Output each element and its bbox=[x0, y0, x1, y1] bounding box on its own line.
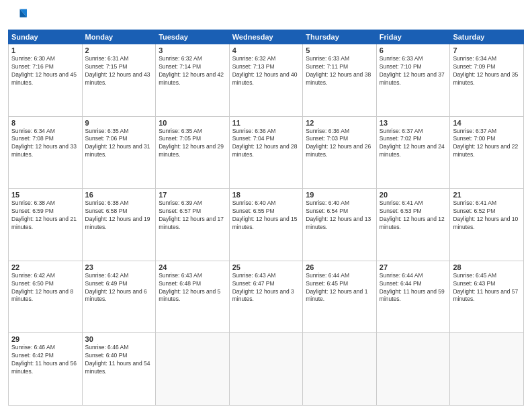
day-info: Sunrise: 6:37 AMSunset: 7:00 PMDaylight:… bbox=[453, 128, 521, 160]
day-info: Sunrise: 6:40 AMSunset: 6:55 PMDaylight:… bbox=[232, 199, 300, 232]
weekday-header-saturday: Saturday bbox=[450, 30, 524, 44]
day-info: Sunrise: 6:35 AMSunset: 7:05 PMDaylight:… bbox=[159, 128, 226, 160]
calendar-cell: 5 Sunrise: 6:33 AMSunset: 7:11 PMDayligh… bbox=[303, 44, 377, 117]
day-info: Sunrise: 6:36 AMSunset: 7:04 PMDaylight:… bbox=[232, 128, 300, 160]
calendar-cell: 17 Sunrise: 6:39 AMSunset: 6:57 PMDaylig… bbox=[156, 189, 230, 261]
day-number: 7 bbox=[453, 46, 521, 54]
day-info: Sunrise: 6:46 AMSunset: 6:40 PMDaylight:… bbox=[85, 344, 153, 376]
day-number: 28 bbox=[453, 263, 521, 271]
weekday-header-monday: Monday bbox=[82, 30, 156, 44]
logo bbox=[8, 7, 30, 26]
day-number: 6 bbox=[380, 46, 447, 54]
day-info: Sunrise: 6:41 AMSunset: 6:53 PMDaylight:… bbox=[380, 199, 447, 232]
day-number: 14 bbox=[453, 119, 521, 127]
calendar-cell bbox=[450, 333, 524, 406]
day-number: 20 bbox=[380, 191, 447, 199]
day-info: Sunrise: 6:37 AMSunset: 7:02 PMDaylight:… bbox=[380, 128, 447, 160]
day-number: 19 bbox=[306, 191, 373, 199]
calendar-cell: 22 Sunrise: 6:42 AMSunset: 6:50 PMDaylig… bbox=[9, 261, 83, 333]
day-info: Sunrise: 6:34 AMSunset: 7:08 PMDaylight:… bbox=[11, 128, 79, 160]
day-number: 23 bbox=[85, 263, 153, 271]
day-info: Sunrise: 6:42 AMSunset: 6:49 PMDaylight:… bbox=[85, 272, 153, 304]
day-info: Sunrise: 6:31 AMSunset: 7:15 PMDaylight:… bbox=[85, 55, 153, 87]
calendar-cell bbox=[229, 333, 303, 406]
day-info: Sunrise: 6:46 AMSunset: 6:42 PMDaylight:… bbox=[11, 344, 79, 376]
calendar-cell bbox=[376, 333, 450, 406]
day-number: 10 bbox=[159, 119, 226, 127]
day-info: Sunrise: 6:44 AMSunset: 6:45 PMDaylight:… bbox=[306, 272, 373, 304]
calendar-cell: 20 Sunrise: 6:41 AMSunset: 6:53 PMDaylig… bbox=[376, 189, 450, 261]
calendar-cell: 10 Sunrise: 6:35 AMSunset: 7:05 PMDaylig… bbox=[156, 116, 230, 189]
day-info: Sunrise: 6:45 AMSunset: 6:43 PMDaylight:… bbox=[453, 272, 521, 304]
calendar-cell: 23 Sunrise: 6:42 AMSunset: 6:49 PMDaylig… bbox=[82, 261, 156, 333]
calendar-cell: 24 Sunrise: 6:43 AMSunset: 6:48 PMDaylig… bbox=[156, 261, 230, 333]
calendar-cell bbox=[156, 333, 230, 406]
day-number: 13 bbox=[380, 119, 447, 127]
day-number: 1 bbox=[11, 46, 79, 54]
day-number: 21 bbox=[453, 191, 521, 199]
header bbox=[8, 7, 524, 26]
day-number: 15 bbox=[11, 191, 79, 199]
calendar-cell: 28 Sunrise: 6:45 AMSunset: 6:43 PMDaylig… bbox=[450, 261, 524, 333]
calendar-week-1: 1 Sunrise: 6:30 AMSunset: 7:16 PMDayligh… bbox=[9, 44, 524, 117]
calendar-cell: 27 Sunrise: 6:44 AMSunset: 6:44 PMDaylig… bbox=[376, 261, 450, 333]
calendar-cell: 25 Sunrise: 6:43 AMSunset: 6:47 PMDaylig… bbox=[229, 261, 303, 333]
day-number: 12 bbox=[306, 119, 373, 127]
calendar-week-4: 22 Sunrise: 6:42 AMSunset: 6:50 PMDaylig… bbox=[9, 261, 524, 333]
day-number: 17 bbox=[159, 191, 226, 199]
calendar-cell: 3 Sunrise: 6:32 AMSunset: 7:14 PMDayligh… bbox=[156, 44, 230, 117]
calendar-cell: 14 Sunrise: 6:37 AMSunset: 7:00 PMDaylig… bbox=[450, 116, 524, 189]
calendar-cell: 15 Sunrise: 6:38 AMSunset: 6:59 PMDaylig… bbox=[9, 189, 83, 261]
calendar-cell: 6 Sunrise: 6:33 AMSunset: 7:10 PMDayligh… bbox=[376, 44, 450, 117]
day-info: Sunrise: 6:35 AMSunset: 7:06 PMDaylight:… bbox=[85, 128, 153, 160]
day-number: 9 bbox=[85, 119, 153, 127]
day-info: Sunrise: 6:38 AMSunset: 6:59 PMDaylight:… bbox=[11, 199, 79, 232]
calendar-cell: 2 Sunrise: 6:31 AMSunset: 7:15 PMDayligh… bbox=[82, 44, 156, 117]
day-number: 26 bbox=[306, 263, 373, 271]
day-number: 27 bbox=[380, 263, 447, 271]
calendar-cell: 21 Sunrise: 6:41 AMSunset: 6:52 PMDaylig… bbox=[450, 189, 524, 261]
calendar-cell: 12 Sunrise: 6:36 AMSunset: 7:03 PMDaylig… bbox=[303, 116, 377, 189]
weekday-header-sunday: Sunday bbox=[9, 30, 83, 44]
weekday-header-wednesday: Wednesday bbox=[229, 30, 303, 44]
day-info: Sunrise: 6:43 AMSunset: 6:47 PMDaylight:… bbox=[232, 272, 300, 304]
calendar-week-5: 29 Sunrise: 6:46 AMSunset: 6:42 PMDaylig… bbox=[9, 333, 524, 406]
day-info: Sunrise: 6:34 AMSunset: 7:09 PMDaylight:… bbox=[453, 55, 521, 87]
calendar-cell: 7 Sunrise: 6:34 AMSunset: 7:09 PMDayligh… bbox=[450, 44, 524, 117]
day-number: 2 bbox=[85, 46, 153, 54]
weekday-header-row: SundayMondayTuesdayWednesdayThursdayFrid… bbox=[9, 30, 524, 44]
calendar-cell: 9 Sunrise: 6:35 AMSunset: 7:06 PMDayligh… bbox=[82, 116, 156, 189]
calendar-cell bbox=[303, 333, 377, 406]
page: SundayMondayTuesdayWednesdayThursdayFrid… bbox=[0, 0, 532, 411]
day-info: Sunrise: 6:43 AMSunset: 6:48 PMDaylight:… bbox=[159, 272, 226, 304]
calendar-cell: 18 Sunrise: 6:40 AMSunset: 6:55 PMDaylig… bbox=[229, 189, 303, 261]
calendar-week-2: 8 Sunrise: 6:34 AMSunset: 7:08 PMDayligh… bbox=[9, 116, 524, 189]
day-number: 25 bbox=[232, 263, 300, 271]
day-info: Sunrise: 6:42 AMSunset: 6:50 PMDaylight:… bbox=[11, 272, 79, 304]
day-info: Sunrise: 6:39 AMSunset: 6:57 PMDaylight:… bbox=[159, 199, 226, 232]
calendar-cell: 16 Sunrise: 6:38 AMSunset: 6:58 PMDaylig… bbox=[82, 189, 156, 261]
calendar-cell: 13 Sunrise: 6:37 AMSunset: 7:02 PMDaylig… bbox=[376, 116, 450, 189]
day-info: Sunrise: 6:33 AMSunset: 7:10 PMDaylight:… bbox=[380, 55, 447, 87]
weekday-header-friday: Friday bbox=[376, 30, 450, 44]
day-number: 4 bbox=[232, 46, 300, 54]
day-number: 18 bbox=[232, 191, 300, 199]
calendar-cell: 8 Sunrise: 6:34 AMSunset: 7:08 PMDayligh… bbox=[9, 116, 83, 189]
weekday-header-tuesday: Tuesday bbox=[156, 30, 230, 44]
day-number: 5 bbox=[306, 46, 373, 54]
weekday-header-thursday: Thursday bbox=[303, 30, 377, 44]
day-info: Sunrise: 6:41 AMSunset: 6:52 PMDaylight:… bbox=[453, 199, 521, 232]
day-info: Sunrise: 6:38 AMSunset: 6:58 PMDaylight:… bbox=[85, 199, 153, 232]
day-info: Sunrise: 6:33 AMSunset: 7:11 PMDaylight:… bbox=[306, 55, 373, 87]
calendar-cell: 4 Sunrise: 6:32 AMSunset: 7:13 PMDayligh… bbox=[229, 44, 303, 117]
calendar-cell: 26 Sunrise: 6:44 AMSunset: 6:45 PMDaylig… bbox=[303, 261, 377, 333]
calendar-week-3: 15 Sunrise: 6:38 AMSunset: 6:59 PMDaylig… bbox=[9, 189, 524, 261]
day-number: 30 bbox=[85, 335, 153, 343]
day-number: 8 bbox=[11, 119, 79, 127]
day-number: 16 bbox=[85, 191, 153, 199]
calendar-cell: 29 Sunrise: 6:46 AMSunset: 6:42 PMDaylig… bbox=[9, 333, 83, 406]
day-number: 3 bbox=[159, 46, 226, 54]
calendar-cell: 11 Sunrise: 6:36 AMSunset: 7:04 PMDaylig… bbox=[229, 116, 303, 189]
logo-icon bbox=[8, 7, 27, 26]
day-info: Sunrise: 6:30 AMSunset: 7:16 PMDaylight:… bbox=[11, 55, 79, 87]
